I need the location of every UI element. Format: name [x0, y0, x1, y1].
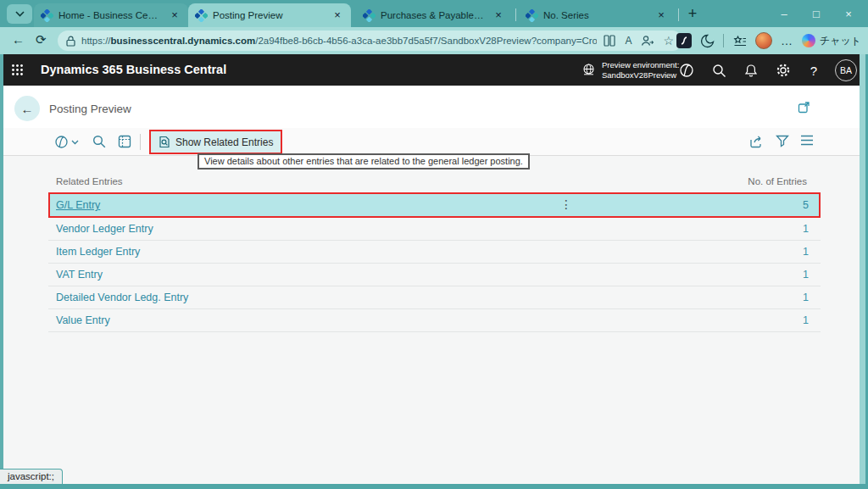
tab-label: Posting Preview [213, 10, 326, 20]
window-controls: – □ × [768, 0, 865, 27]
dynamics-favicon [363, 9, 376, 22]
window-frame-left [0, 54, 3, 489]
app-title[interactable]: Dynamics 365 Business Central [41, 63, 226, 76]
entry-link[interactable]: G/L Entry [56, 199, 100, 211]
user-avatar[interactable]: BA [835, 59, 857, 81]
copilot-chat-button[interactable]: チャット [802, 34, 861, 48]
environment-globe-icon [581, 63, 596, 77]
browser-settings-menu-icon[interactable]: … [781, 34, 793, 47]
analyze-icon[interactable] [118, 135, 131, 148]
entry-link[interactable]: Value Entry [56, 314, 110, 326]
content-area: Related Entries No. of Entries G/L Entry… [0, 156, 868, 484]
tab-label: No. Series [543, 10, 649, 20]
profile-switch-icon[interactable] [641, 35, 654, 47]
browser-refresh-button[interactable]: ⟳ [36, 32, 47, 47]
minimize-button[interactable]: – [768, 0, 800, 27]
filter-icon[interactable] [776, 135, 789, 147]
search-icon[interactable] [709, 61, 728, 80]
browser-tab-no-series[interactable]: No. Series × [519, 3, 675, 27]
show-related-entries-icon [159, 136, 170, 148]
window-frame-bottom [0, 484, 868, 489]
table-row-vat-entry[interactable]: VAT Entry 1 [48, 264, 821, 286]
copilot-dropdown-icon[interactable] [54, 135, 79, 149]
table-row-gl-entry[interactable]: G/L Entry ⋮ 5 [48, 192, 821, 218]
annotation-box-show-related: Show Related Entries [149, 130, 282, 154]
related-entries-table: G/L Entry ⋮ 5 Vendor Ledger Entry 1 Item… [48, 192, 821, 332]
entry-link[interactable]: VAT Entry [56, 269, 103, 281]
bc-app-header: Dynamics 365 Business Central Preview en… [0, 54, 868, 86]
url-bar[interactable]: https://businesscentral.dynamics.com/2a9… [58, 31, 682, 51]
toolbar-search-icon[interactable] [92, 135, 106, 148]
page-back-button[interactable]: ← [14, 96, 40, 121]
list-options-icon[interactable] [800, 135, 814, 146]
chevron-down-icon [15, 11, 25, 17]
entry-count: 1 [803, 246, 809, 258]
tab-label: Purchases & Payables Setup [381, 10, 487, 20]
browser-tab-bar: Home - Business Central Admin C × Postin… [0, 0, 868, 27]
tab-close-icon[interactable]: × [331, 8, 344, 22]
page-toolbar [0, 128, 868, 156]
show-related-entries-label: Show Related Entries [175, 136, 273, 148]
toolbar-divider [723, 34, 724, 47]
entry-link[interactable]: Item Ledger Entry [56, 246, 140, 258]
page-title: Posting Preview [49, 103, 131, 115]
tab-close-icon[interactable]: × [654, 8, 668, 22]
tab-search-button[interactable] [7, 4, 32, 24]
copilot-icon [802, 34, 815, 47]
url-text: https://businesscentral.dynamics.com/2a9… [81, 36, 597, 46]
notifications-bell-icon[interactable] [742, 61, 760, 80]
row-menu-icon[interactable]: ⋮ [560, 197, 572, 211]
browser-tab-posting-preview[interactable]: Posting Preview × [188, 3, 351, 27]
lock-icon [66, 36, 75, 47]
entry-link[interactable]: Detailed Vendor Ledg. Entry [56, 292, 188, 303]
app-launcher-icon[interactable] [11, 64, 24, 76]
entry-link[interactable]: Vendor Ledger Entry [56, 223, 153, 235]
copilot-header-icon[interactable] [677, 61, 696, 80]
browser-window: Home - Business Central Admin C × Postin… [0, 0, 868, 489]
tab-divider [515, 8, 516, 21]
entry-count: 5 [803, 199, 809, 211]
dynamics-favicon [195, 9, 208, 22]
browser-address-bar: ← ⟳ https://businesscentral.dynamics.com… [0, 27, 868, 54]
browser-profile-avatar[interactable] [755, 32, 772, 49]
tooltip: View details about other entries that ar… [198, 153, 530, 169]
cookie-extension-icon[interactable] [700, 34, 715, 48]
column-header-related-entries: Related Entries [56, 176, 123, 186]
tab-label: Home - Business Central Admin C [58, 10, 163, 20]
dynamics-favicon [41, 9, 53, 22]
url-bar-icons: A ☆ [604, 34, 674, 47]
toolbar-divider [140, 134, 141, 150]
popout-icon[interactable] [798, 101, 810, 117]
collections-icon[interactable] [732, 35, 747, 47]
table-row-vendor-ledger-entry[interactable]: Vendor Ledger Entry 1 [48, 218, 821, 241]
browser-back-button[interactable]: ← [12, 32, 25, 47]
tab-close-icon[interactable]: × [168, 8, 181, 22]
show-related-entries-button[interactable]: Show Related Entries [151, 131, 281, 153]
extension-icon[interactable] [676, 33, 692, 48]
entry-count: 1 [803, 269, 809, 281]
close-window-button[interactable]: × [832, 0, 865, 27]
environment-button[interactable]: Preview environment: SandboxV28Preview [581, 60, 679, 80]
window-frame-right [860, 54, 868, 489]
tab-close-icon[interactable]: × [492, 8, 505, 22]
maximize-button[interactable]: □ [800, 0, 832, 27]
split-screen-icon[interactable] [604, 35, 615, 47]
tab-divider [678, 8, 679, 21]
link-status-bubble: javascript:; [0, 469, 63, 484]
environment-label: Preview environment: SandboxV28Preview [602, 60, 679, 80]
table-row-detailed-vendor-ledg-entry[interactable]: Detailed Vendor Ledg. Entry 1 [48, 286, 821, 309]
entry-count: 1 [803, 223, 809, 235]
browser-tab-purchases-setup[interactable]: Purchases & Payables Setup × [356, 3, 512, 27]
help-icon[interactable]: ? [804, 61, 823, 80]
share-icon[interactable] [749, 135, 765, 148]
favorites-star-icon[interactable]: ☆ [663, 34, 674, 47]
table-row-value-entry[interactable]: Value Entry 1 [48, 309, 821, 332]
table-row-item-ledger-entry[interactable]: Item Ledger Entry 1 [48, 241, 821, 264]
copilot-chat-label: チャット [820, 34, 861, 48]
read-aloud-icon[interactable]: A [625, 35, 632, 47]
settings-gear-icon[interactable] [774, 61, 793, 80]
browser-tab-home[interactable]: Home - Business Central Admin C × [34, 3, 188, 27]
column-header-no-of-entries: No. of Entries [748, 176, 807, 186]
address-bar-right: … チャット [676, 27, 861, 54]
new-tab-button[interactable]: + [683, 5, 702, 24]
